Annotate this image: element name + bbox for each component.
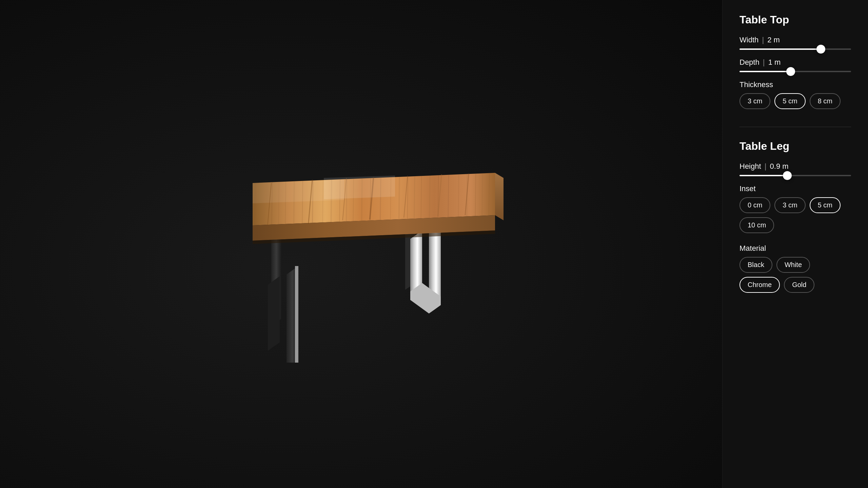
thickness-option-8cm[interactable]: 8 cm (810, 93, 841, 109)
table-svg (209, 125, 514, 363)
height-slider-thumb[interactable] (783, 171, 792, 180)
width-label: Width | 2 m (739, 36, 851, 44)
height-slider-container[interactable] (739, 175, 851, 176)
width-slider-thumb[interactable] (816, 45, 825, 54)
section-divider (739, 127, 851, 127)
table-top-right (495, 173, 504, 220)
table-3d-scene (209, 125, 514, 363)
front-left-leg-inner (268, 276, 280, 351)
depth-slider-container[interactable] (739, 71, 851, 72)
inset-option-5cm[interactable]: 5 cm (810, 197, 841, 213)
thickness-options: 3 cm 5 cm 8 cm (739, 93, 851, 109)
material-option-white[interactable]: White (776, 257, 810, 273)
depth-slider-thumb[interactable] (786, 67, 795, 76)
thickness-option-3cm[interactable]: 3 cm (739, 93, 770, 109)
inset-option-10cm[interactable]: 10 cm (739, 217, 774, 233)
width-slider-track[interactable] (739, 48, 851, 50)
width-slider-fill (739, 48, 821, 50)
height-slider-fill (739, 175, 787, 176)
depth-slider-fill (739, 71, 791, 72)
table-top-highlight (324, 176, 395, 199)
table-leg-title: Table Leg (739, 140, 851, 152)
controls-panel: Table Top Width | 2 m Depth | 1 m Thickn… (722, 0, 868, 488)
inset-option-0cm[interactable]: 0 cm (739, 197, 770, 213)
width-slider-container[interactable] (739, 48, 851, 50)
material-option-black[interactable]: Black (739, 257, 772, 273)
inset-option-3cm[interactable]: 3 cm (774, 197, 805, 213)
table-top-title: Table Top (739, 14, 851, 26)
material-options: Black White Chrome Gold (739, 257, 851, 293)
thickness-label: Thickness (739, 80, 851, 89)
height-label: Height | 0.9 m (739, 162, 851, 171)
material-option-gold[interactable]: Gold (784, 277, 814, 293)
material-option-chrome[interactable]: Chrome (739, 277, 780, 293)
depth-label: Depth | 1 m (739, 58, 851, 67)
viewer-panel (0, 0, 722, 488)
depth-slider-track[interactable] (739, 71, 851, 72)
height-slider-track[interactable] (739, 175, 851, 176)
front-left-highlight (295, 266, 298, 363)
inset-label: Inset (739, 184, 851, 193)
material-label: Material (739, 244, 851, 253)
inset-options: 0 cm 3 cm 5 cm 10 cm (739, 197, 851, 233)
thickness-option-5cm[interactable]: 5 cm (774, 93, 805, 109)
